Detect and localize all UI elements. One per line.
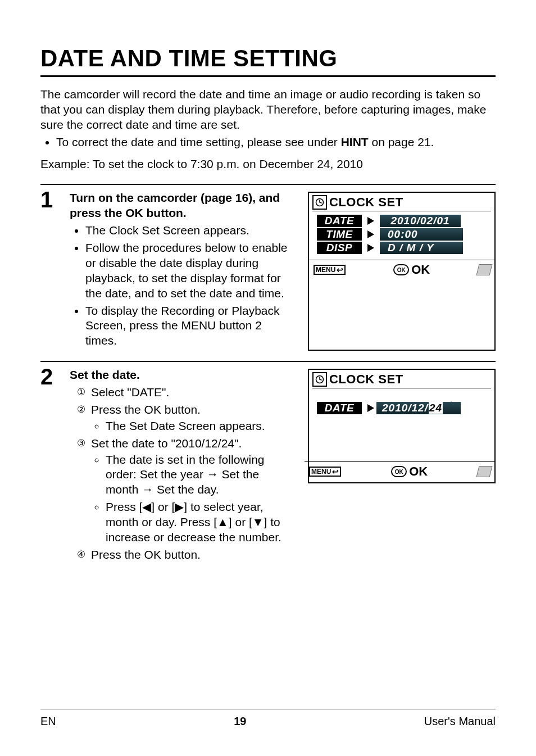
clock-icon [312, 372, 327, 387]
triangle-right-icon [367, 244, 374, 252]
triangle-right-icon [367, 404, 374, 412]
screen1-row-disp: DISP D / M / Y [317, 242, 491, 254]
screen1-date-value: 2010/02/01 [380, 215, 461, 227]
ok-badge-icon: OK [393, 264, 409, 275]
screen2-date-label: DATE [317, 402, 362, 414]
step-2: 2 Set the date. ①Select "DATE". ②Press t… [40, 364, 496, 565]
step2-item-4-text: Press the OK button. [91, 548, 201, 561]
step2-item-1: ①Select "DATE". [75, 385, 294, 400]
ok-text: OK [409, 464, 428, 479]
menu-badge: MENU↩ [314, 265, 346, 275]
screen2-title: CLOCK SET [329, 372, 403, 387]
step1-bullet-1: The Clock Set Screen appears. [85, 223, 294, 238]
intro-paragraph: The camcorder will record the date and t… [40, 87, 496, 133]
step2-number: 2 [40, 365, 60, 388]
step-1: 1 Turn on the camcorder (page 16), and p… [40, 187, 496, 351]
step2-item-2: ②Press the OK button. The Set Date Scree… [75, 402, 294, 434]
circled-3-icon: ③ [75, 437, 87, 450]
return-icon: ↩ [332, 468, 339, 476]
screen1-row-date: DATE 2010/02/01 [317, 215, 491, 227]
footer-right: User's Manual [424, 715, 496, 728]
step2-item-3-sub1: The date is set in the following order: … [106, 452, 294, 498]
intro-bullet-suffix: on page 21. [369, 135, 434, 148]
circled-2-icon: ② [75, 404, 87, 416]
step2-item-4: ④Press the OK button. [75, 547, 294, 563]
step1-bullet-2: Follow the procedures below to enable or… [85, 241, 294, 301]
clock-icon [312, 195, 327, 210]
page-title: DATE AND TIME SETTING [40, 45, 496, 72]
grey-square-icon [476, 264, 493, 275]
screen1-disp-label: DISP [317, 242, 362, 254]
screen1-date-label: DATE [317, 215, 362, 227]
ok-badge-icon: OK [391, 466, 407, 477]
step2-heading: Set the date. [70, 368, 294, 383]
intro-block: The camcorder will record the date and t… [40, 87, 496, 174]
menu-badge-text: MENU [311, 468, 331, 476]
intro-bullet-prefix: To correct the date and time setting, pl… [56, 135, 341, 148]
screen1-row-time: TIME 00:00 [317, 228, 491, 241]
screen1-time-label: TIME [317, 228, 362, 241]
clock-set-screen-1: CLOCK SET DATE 2010/02/01 TIME 00:00 [308, 192, 496, 351]
step2-item-3: ③Set the date to "2010/12/24". The date … [75, 436, 294, 545]
page-footer: EN 19 User's Manual [40, 709, 496, 728]
grey-square-icon [476, 466, 493, 477]
ok-text: OK [411, 262, 430, 277]
step1-bullet-3: To display the Recording or Playback Scr… [85, 304, 294, 349]
return-icon: ↩ [337, 266, 343, 274]
step2-item-3-sub2: Press [◀] or [▶] to select year, month o… [106, 500, 294, 545]
screen2-date-edit: 2010/12/24 [380, 392, 461, 424]
screen2-date-prefix: 2010/12/ [382, 402, 428, 414]
ok-indicator: OK OK [391, 464, 428, 479]
triangle-right-icon [367, 217, 374, 225]
step2-item-1-text: Select "DATE". [91, 386, 169, 399]
title-rule [40, 75, 496, 77]
step1-heading: Turn on the camcorder (page 16), and pre… [70, 191, 294, 221]
footer-page-number: 19 [234, 715, 246, 728]
circled-4-icon: ④ [75, 549, 87, 561]
menu-badge-text: MENU [316, 266, 335, 274]
step2-rule [40, 361, 496, 362]
clock-set-screen-2: CLOCK SET DATE 2010/12/24 [308, 369, 496, 483]
intro-example: Example: To set the clock to 7:30 p.m. o… [40, 157, 496, 172]
triangle-right-icon [367, 230, 374, 238]
screen2-date-highlight: 24 [429, 402, 443, 414]
step1-number: 1 [40, 188, 60, 211]
menu-badge: MENU↩ [309, 467, 341, 477]
step1-rule [40, 184, 496, 185]
intro-bullet-bold: HINT [341, 135, 369, 148]
step2-item-3-text: Set the date to "2010/12/24". [91, 437, 242, 450]
step2-item-2-text: Press the OK button. [91, 403, 201, 416]
intro-bullet: To correct the date and time setting, pl… [56, 135, 496, 150]
circled-1-icon: ① [75, 386, 87, 399]
footer-left: EN [40, 715, 56, 728]
ok-indicator: OK OK [393, 262, 430, 277]
screen1-time-value: 00:00 [380, 228, 463, 241]
screen1-disp-value: D / M / Y [380, 242, 463, 254]
screen1-title: CLOCK SET [329, 195, 403, 210]
step2-item-2-sub: The Set Date Screen appears. [106, 419, 294, 434]
